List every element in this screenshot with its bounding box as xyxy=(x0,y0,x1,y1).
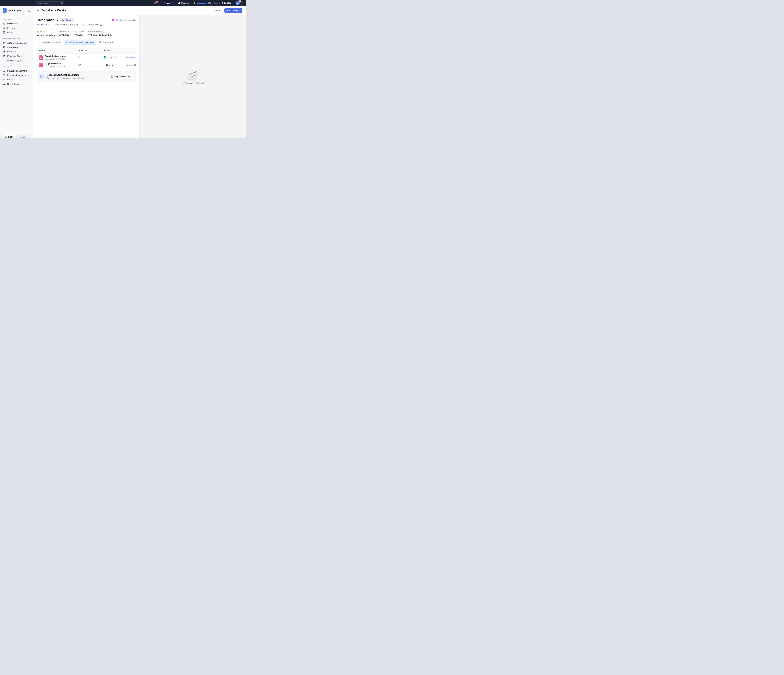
confirm-dropdown[interactable]: Confirm xyxy=(104,62,118,67)
sidebar-item-label: Loyalty Program xyxy=(7,59,23,62)
sidebar-item-loyalty-program[interactable]: Loyalty Program xyxy=(0,58,33,62)
id-badge-user-icon xyxy=(3,42,6,44)
medal-icon xyxy=(193,2,196,5)
route-icon xyxy=(3,70,6,72)
circle-plus-icon xyxy=(3,50,6,53)
user-menu[interactable]: OR 12 xyxy=(235,0,244,6)
theme-light-button[interactable]: Light xyxy=(2,134,16,138)
briefcase-icon xyxy=(3,55,6,57)
sidebar-item-revenue-management[interactable]: Revenue Management xyxy=(0,73,33,77)
svg-text:?: ? xyxy=(41,76,42,78)
tab-other-required-documents[interactable]: Other Required Documents xyxy=(64,39,96,45)
tab-uploaded-documents[interactable]: Uploaded Documents xyxy=(37,39,63,45)
sidebar-item-offers[interactable]: Offers xyxy=(0,30,33,35)
documents-table: Name Comment Status PDF Frond ID Card im… xyxy=(37,48,136,69)
sidebar-item-label: Affiliate Management xyxy=(7,42,27,44)
compliance-fields: Adresss Lorem ipsum dolor sit Registrati… xyxy=(37,30,136,36)
language-label: Eng (US) xyxy=(181,2,189,4)
by-label: by xyxy=(37,23,39,26)
external-link-icon xyxy=(134,64,136,66)
request-document-button[interactable]: Request Document xyxy=(109,74,134,79)
org-switcher[interactable]: AC Acme Corp xyxy=(0,6,33,15)
page-title: Compliance Details xyxy=(41,9,66,12)
document-comment: N/A xyxy=(78,64,104,66)
email-label: Email xyxy=(54,23,59,26)
sidebar-item-products[interactable]: Products xyxy=(0,50,33,54)
org-logo: AC xyxy=(3,8,7,13)
field-last-update: Last Update 07/01/2025 xyxy=(73,30,88,36)
search-input[interactable] xyxy=(36,2,64,5)
save-changes-button[interactable]: Save Changes xyxy=(224,8,243,13)
empty-state-text: No Documents Selected xyxy=(182,82,204,84)
tab-label: Other Required Documents xyxy=(69,41,94,44)
tab-questionnaires[interactable]: Quistonnaires xyxy=(96,39,116,45)
language-selector[interactable]: Eng (US) xyxy=(178,2,189,5)
main-body: Compliance 12 ID : 219394 Pending for Ev… xyxy=(33,15,246,138)
compliance-meta-row: by ProlineLTD Email example@mail.com URL… xyxy=(37,23,136,26)
chevron-down-icon xyxy=(115,64,116,66)
status-label: Pending for Evaluation xyxy=(115,19,136,21)
field-registration: Registration 07/01/2025 xyxy=(59,30,73,36)
field-promote-planning: Promote plannting PPC, SEO, SOCIAL MEDIA xyxy=(88,30,136,36)
back-button[interactable]: Back xyxy=(213,8,222,13)
sidebar-item-affiliate-management[interactable]: Affiliate Management xyxy=(0,40,33,45)
ask-ai-button[interactable]: Ask AI xyxy=(161,1,174,5)
sidebar-item-label: Offers xyxy=(7,31,13,34)
page-header: Compliance Details Back Save Changes xyxy=(33,6,246,15)
sidebar: AC Acme Corp Overview Dashboard Reports … xyxy=(0,6,33,138)
sidebar-item-label: Email xyxy=(7,78,12,81)
balance-value: $ 1,245.00 xyxy=(222,2,232,4)
document-last-update: Last Update 07/01/2025 xyxy=(45,58,66,60)
messages-button[interactable]: 3 xyxy=(154,2,157,5)
user-check-icon xyxy=(3,59,6,62)
preview-link[interactable]: Preview xyxy=(123,56,136,59)
check-circle-icon xyxy=(104,56,106,59)
banknote-icon xyxy=(3,74,6,76)
chevron-down-icon xyxy=(241,2,243,4)
preview-link[interactable]: Preview xyxy=(123,64,136,66)
theme-toggle: Light Dark xyxy=(1,134,31,138)
company-link[interactable]: ProlineLTD xyxy=(40,23,50,26)
divider xyxy=(233,2,233,5)
theme-dark-button[interactable]: Dark xyxy=(16,134,31,138)
bell-icon xyxy=(3,82,6,85)
topbar-right: 3 Ask AI Eng (US) xyxy=(154,0,246,6)
sidebar-item-notifications[interactable]: Notifications xyxy=(0,82,33,86)
divider xyxy=(159,2,159,5)
collapse-sidebar-button[interactable] xyxy=(28,9,31,12)
affiliate-search xyxy=(36,2,64,5)
section-label-operations: Operations xyxy=(0,64,33,68)
divider xyxy=(191,2,191,5)
document-comment: N/A xyxy=(78,56,104,59)
help-icon[interactable]: ? xyxy=(208,2,211,5)
sidebar-item-label: Reports xyxy=(7,27,15,30)
topbar: 3 Ask AI Eng (US) xyxy=(0,0,246,6)
uploaded-documents-icon xyxy=(38,41,40,44)
document-illustration-icon xyxy=(187,68,199,79)
cube-icon xyxy=(3,22,6,25)
sidebar-item-reports[interactable]: Reports xyxy=(0,26,33,30)
compliance-detail-card: Compliance 12 ID : 219394 Pending for Ev… xyxy=(33,15,140,138)
external-link-icon[interactable] xyxy=(100,24,102,26)
document-name: Frond ID Card image xyxy=(45,55,66,57)
messages-badge: 3 xyxy=(156,1,159,3)
back-arrow-icon[interactable] xyxy=(37,9,39,12)
document-last-update: Last Update 07/01/2025 xyxy=(45,66,65,68)
theme-light-label: Light xyxy=(8,136,13,138)
sidebar-item-payout-management[interactable]: Payout Management xyxy=(0,68,33,73)
sidebar-item-advertisers[interactable]: Advertisers xyxy=(0,45,33,50)
file-icon xyxy=(66,41,68,44)
sidebar-item-email[interactable]: Email xyxy=(0,77,33,82)
main-area: Compliance Details Back Save Changes Com… xyxy=(33,6,246,138)
sun-icon xyxy=(5,136,7,138)
divider xyxy=(0,16,33,16)
sidebar-item-label: Products xyxy=(7,50,16,53)
col-comment: Comment xyxy=(78,50,104,52)
theme-dark-label: Dark xyxy=(23,136,27,138)
col-name: Name xyxy=(39,50,78,52)
sidebar-item-dashboard[interactable]: Dashboard xyxy=(0,22,33,26)
file-text-icon xyxy=(111,75,113,78)
progress-bar xyxy=(197,3,207,4)
ask-ai-label: Ask AI xyxy=(166,2,172,4)
sidebar-item-marketing-tools[interactable]: Marketing Tools xyxy=(0,54,33,58)
